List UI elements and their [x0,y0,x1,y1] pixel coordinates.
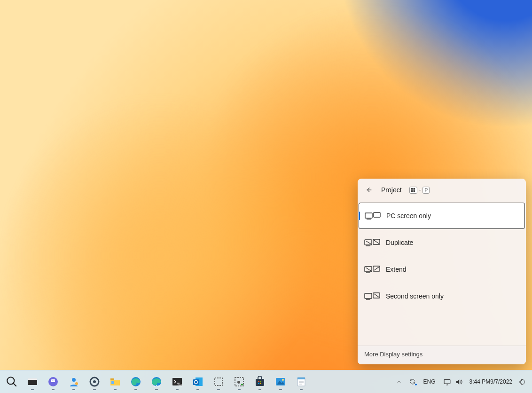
file-explorer-button[interactable] [105,372,125,391]
back-button[interactable] [363,184,375,196]
show-hidden-icons-button[interactable] [393,372,405,391]
svg-rect-19 [28,378,37,380]
option-label: Second screen only [386,292,444,300]
svg-rect-38 [215,378,222,385]
search-button[interactable] [2,372,22,391]
taskbar-right: ENG 3:44 PM 9/7/2022 [393,372,528,391]
microsoft-store-button[interactable] [250,372,270,391]
search-icon [6,376,18,388]
photos-button[interactable] [271,372,290,391]
feedback-hub-button[interactable] [64,372,84,391]
chevron-up-icon [396,378,402,385]
edge-canary-button[interactable]: CAN [147,372,166,391]
svg-rect-54 [444,379,450,384]
svg-line-17 [13,383,16,386]
option-label: Duplicate [386,239,413,246]
edge-button[interactable] [126,372,146,391]
svg-rect-1 [413,188,415,190]
svg-point-25 [75,382,78,385]
screenshot-button[interactable] [209,372,228,391]
settings-button[interactable] [85,372,104,391]
project-options: PC screen only Duplicate Extend [358,201,526,346]
shortcut-hint: + P [409,187,430,194]
terminal-icon: PRE [171,376,183,388]
project-flyout: Project + P PC screen only [358,179,526,364]
svg-rect-3 [413,190,415,192]
more-display-settings-link[interactable]: More Display settings [358,346,526,364]
volume-icon [455,378,463,386]
option-duplicate[interactable]: Duplicate [359,229,525,256]
folder-icon [109,376,121,388]
svg-rect-42 [258,381,259,382]
store-icon [254,376,266,388]
windows-update-button[interactable] [407,372,419,391]
notepad-button[interactable] [291,372,311,391]
gear-icon [88,376,101,388]
outlook-button[interactable] [188,372,208,391]
option-second-screen-only[interactable]: Second screen only [359,283,525,309]
notepad-icon [295,376,307,388]
svg-rect-2 [411,190,413,192]
svg-rect-6 [374,212,380,217]
svg-point-48 [282,379,284,381]
svg-rect-0 [411,188,413,190]
option-pc-screen-only[interactable]: PC screen only [359,203,525,229]
crop-icon [212,376,225,388]
svg-rect-29 [111,381,114,384]
do-not-disturb-icon [519,378,525,386]
svg-rect-41 [256,379,264,386]
svg-point-23 [54,380,55,381]
svg-rect-13 [365,293,372,299]
date-label: 9/7/2022 [490,378,512,385]
camera-plus-icon [233,376,245,388]
screen-clip-button[interactable] [229,372,249,391]
task-view-icon [26,376,39,388]
svg-point-27 [93,380,96,383]
terminal-button[interactable]: PRE [167,372,187,391]
arrow-left-icon [365,186,373,194]
extend-icon [364,264,380,275]
taskbar: CAN PRE [0,370,532,393]
outlook-icon [192,376,204,388]
svg-rect-21 [51,379,55,382]
monitor-icon [443,378,451,386]
svg-rect-45 [260,383,261,384]
person-icon [68,376,80,388]
svg-point-22 [52,380,53,381]
svg-text:CAN: CAN [154,385,160,387]
pc-screen-only-icon [365,211,381,221]
svg-rect-44 [258,383,259,384]
svg-rect-43 [260,381,261,382]
edge-icon [130,376,142,388]
option-label: PC screen only [386,212,431,220]
svg-point-40 [237,381,240,384]
chat-icon [47,376,59,388]
chat-button[interactable] [43,372,63,391]
photos-icon [274,376,287,388]
svg-rect-50 [297,377,305,379]
svg-point-16 [7,377,14,384]
flyout-header: Project + P [358,179,526,201]
svg-point-24 [72,378,76,382]
task-view-button[interactable] [23,372,42,391]
option-extend[interactable]: Extend [359,256,525,283]
svg-rect-4 [365,213,372,218]
edge-canary-icon: CAN [150,376,163,388]
network-volume-button[interactable] [440,372,466,391]
shortcut-key: P [422,187,430,194]
flyout-title: Project [381,186,402,194]
update-dot-icon [415,383,417,386]
plus-separator: + [419,188,422,193]
notifications-button[interactable] [516,372,528,391]
windows-key-icon [409,187,417,194]
clock-button[interactable]: 3:44 PM 9/7/2022 [468,372,514,391]
second-screen-only-icon [364,291,380,301]
taskbar-left: CAN PRE [2,372,311,391]
option-label: Extend [386,266,407,273]
duplicate-icon [364,237,380,248]
svg-text:PRE: PRE [178,384,183,387]
language-label: ENG [423,378,436,385]
time-label: 3:44 PM [469,378,491,385]
language-button[interactable]: ENG [421,372,438,391]
svg-rect-28 [110,378,114,380]
